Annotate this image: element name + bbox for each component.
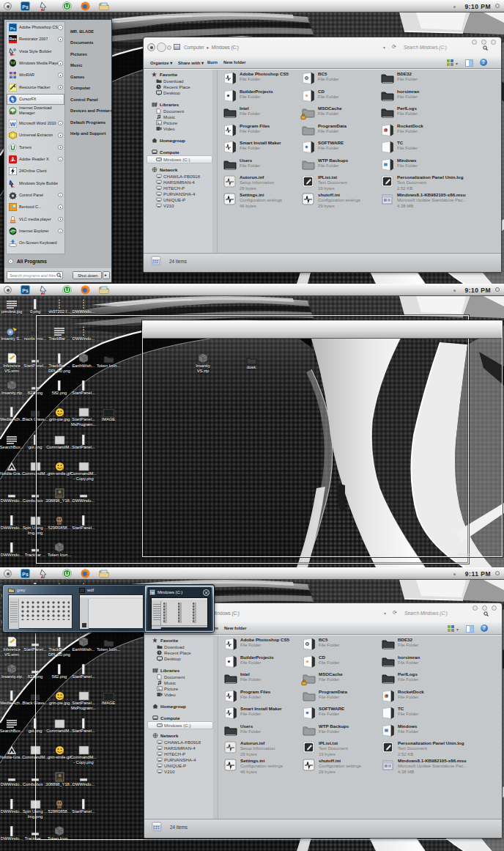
svg-text:Ps: Ps — [22, 572, 29, 577]
svg-text:W: W — [10, 120, 16, 127]
svg-text:Res: Res — [9, 37, 16, 41]
svg-text:Ps: Ps — [10, 26, 16, 31]
svg-text:Ps: Ps — [22, 288, 29, 293]
svg-text:Ps: Ps — [22, 4, 29, 10]
